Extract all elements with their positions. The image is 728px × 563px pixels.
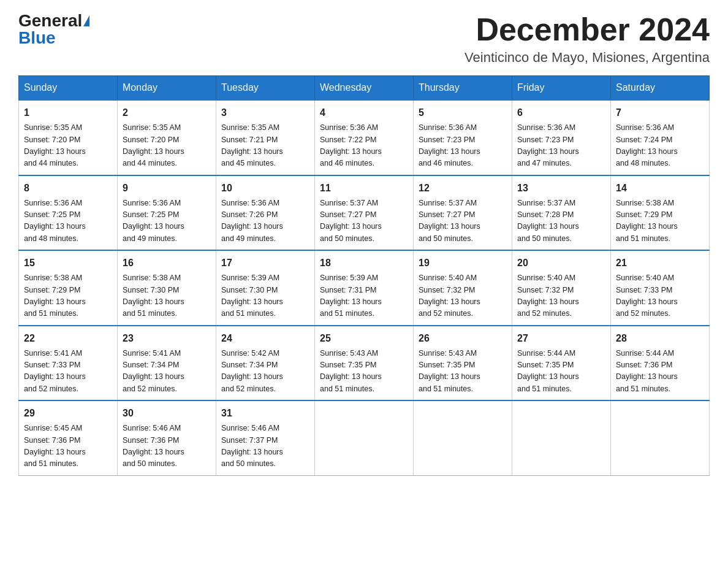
day-info: Sunrise: 5:36 AMSunset: 7:23 PMDaylight:… — [517, 122, 605, 170]
day-cell-12: 12Sunrise: 5:37 AMSunset: 7:27 PMDayligh… — [414, 175, 512, 251]
header-sunday: Sunday — [19, 76, 118, 101]
day-number: 27 — [517, 331, 605, 346]
day-info: Sunrise: 5:40 AMSunset: 7:32 PMDaylight:… — [419, 272, 507, 320]
header-tuesday: Tuesday — [216, 76, 315, 101]
logo-general-text: General — [18, 12, 82, 29]
logo-triangle-icon — [83, 15, 89, 26]
day-cell-27: 27Sunrise: 5:44 AMSunset: 7:35 PMDayligh… — [512, 326, 611, 401]
day-cell-26: 26Sunrise: 5:43 AMSunset: 7:35 PMDayligh… — [414, 326, 512, 401]
empty-cell — [315, 400, 414, 475]
day-info: Sunrise: 5:36 AMSunset: 7:23 PMDaylight:… — [419, 122, 507, 170]
day-number: 24 — [221, 331, 309, 346]
day-cell-30: 30Sunrise: 5:46 AMSunset: 7:36 PMDayligh… — [118, 400, 216, 475]
day-number: 31 — [221, 406, 309, 421]
title-area: December 2024 Veinticinco de Mayo, Misio… — [464, 12, 710, 66]
day-info: Sunrise: 5:38 AMSunset: 7:30 PMDaylight:… — [123, 272, 211, 320]
day-info: Sunrise: 5:36 AMSunset: 7:24 PMDaylight:… — [616, 122, 704, 170]
day-cell-2: 2Sunrise: 5:35 AMSunset: 7:20 PMDaylight… — [118, 100, 216, 175]
empty-cell — [512, 400, 611, 475]
day-cell-7: 7Sunrise: 5:36 AMSunset: 7:24 PMDaylight… — [611, 100, 710, 175]
day-cell-29: 29Sunrise: 5:45 AMSunset: 7:36 PMDayligh… — [19, 400, 118, 475]
day-number: 8 — [24, 181, 112, 196]
day-cell-23: 23Sunrise: 5:41 AMSunset: 7:34 PMDayligh… — [118, 326, 216, 401]
day-info: Sunrise: 5:35 AMSunset: 7:20 PMDaylight:… — [24, 122, 112, 170]
day-number: 4 — [320, 105, 408, 120]
day-info: Sunrise: 5:35 AMSunset: 7:21 PMDaylight:… — [221, 122, 309, 170]
day-info: Sunrise: 5:41 AMSunset: 7:33 PMDaylight:… — [24, 348, 112, 396]
week-row-3: 15Sunrise: 5:38 AMSunset: 7:29 PMDayligh… — [19, 250, 710, 326]
day-info: Sunrise: 5:46 AMSunset: 7:37 PMDaylight:… — [221, 423, 309, 470]
day-info: Sunrise: 5:37 AMSunset: 7:27 PMDaylight:… — [320, 197, 408, 245]
day-number: 23 — [123, 331, 211, 346]
week-row-2: 8Sunrise: 5:36 AMSunset: 7:25 PMDaylight… — [19, 175, 710, 251]
day-number: 5 — [419, 105, 507, 120]
day-info: Sunrise: 5:41 AMSunset: 7:34 PMDaylight:… — [123, 348, 211, 396]
day-number: 11 — [320, 181, 408, 196]
day-cell-13: 13Sunrise: 5:37 AMSunset: 7:28 PMDayligh… — [512, 175, 611, 251]
header: General Blue December 2024 Veinticinco d… — [18, 12, 710, 66]
day-number: 30 — [123, 406, 211, 421]
empty-cell — [611, 400, 710, 475]
day-cell-10: 10Sunrise: 5:36 AMSunset: 7:26 PMDayligh… — [216, 175, 315, 251]
calendar-table: SundayMondayTuesdayWednesdayThursdayFrid… — [18, 75, 710, 476]
week-row-4: 22Sunrise: 5:41 AMSunset: 7:33 PMDayligh… — [19, 326, 710, 401]
day-number: 22 — [24, 331, 112, 346]
day-cell-17: 17Sunrise: 5:39 AMSunset: 7:30 PMDayligh… — [216, 250, 315, 326]
day-number: 6 — [517, 105, 605, 120]
day-info: Sunrise: 5:42 AMSunset: 7:34 PMDaylight:… — [221, 348, 309, 396]
day-info: Sunrise: 5:39 AMSunset: 7:30 PMDaylight:… — [221, 272, 309, 320]
header-thursday: Thursday — [414, 76, 512, 101]
day-cell-19: 19Sunrise: 5:40 AMSunset: 7:32 PMDayligh… — [414, 250, 512, 326]
day-number: 20 — [517, 256, 605, 270]
day-number: 7 — [616, 105, 704, 120]
day-cell-3: 3Sunrise: 5:35 AMSunset: 7:21 PMDaylight… — [216, 100, 315, 175]
day-number: 13 — [517, 181, 605, 196]
logo-blue-text: Blue — [18, 29, 56, 47]
day-cell-9: 9Sunrise: 5:36 AMSunset: 7:25 PMDaylight… — [118, 175, 216, 251]
day-number: 12 — [419, 181, 507, 196]
day-number: 26 — [419, 331, 507, 346]
day-cell-11: 11Sunrise: 5:37 AMSunset: 7:27 PMDayligh… — [315, 175, 414, 251]
day-info: Sunrise: 5:44 AMSunset: 7:36 PMDaylight:… — [616, 348, 704, 396]
header-friday: Friday — [512, 76, 611, 101]
day-number: 3 — [221, 105, 309, 120]
day-cell-24: 24Sunrise: 5:42 AMSunset: 7:34 PMDayligh… — [216, 326, 315, 401]
day-number: 9 — [123, 181, 211, 196]
day-cell-15: 15Sunrise: 5:38 AMSunset: 7:29 PMDayligh… — [19, 250, 118, 326]
day-info: Sunrise: 5:38 AMSunset: 7:29 PMDaylight:… — [616, 197, 704, 245]
day-number: 28 — [616, 331, 704, 346]
day-number: 15 — [24, 256, 112, 270]
header-row: SundayMondayTuesdayWednesdayThursdayFrid… — [19, 76, 710, 101]
day-cell-25: 25Sunrise: 5:43 AMSunset: 7:35 PMDayligh… — [315, 326, 414, 401]
day-number: 1 — [24, 105, 112, 120]
header-wednesday: Wednesday — [315, 76, 414, 101]
day-info: Sunrise: 5:38 AMSunset: 7:29 PMDaylight:… — [24, 272, 112, 320]
day-info: Sunrise: 5:43 AMSunset: 7:35 PMDaylight:… — [419, 348, 507, 396]
day-info: Sunrise: 5:37 AMSunset: 7:28 PMDaylight:… — [517, 197, 605, 245]
day-number: 18 — [320, 256, 408, 270]
day-cell-31: 31Sunrise: 5:46 AMSunset: 7:37 PMDayligh… — [216, 400, 315, 475]
day-info: Sunrise: 5:46 AMSunset: 7:36 PMDaylight:… — [123, 423, 211, 470]
day-cell-8: 8Sunrise: 5:36 AMSunset: 7:25 PMDaylight… — [19, 175, 118, 251]
week-row-5: 29Sunrise: 5:45 AMSunset: 7:36 PMDayligh… — [19, 400, 710, 475]
day-info: Sunrise: 5:39 AMSunset: 7:31 PMDaylight:… — [320, 272, 408, 320]
week-row-1: 1Sunrise: 5:35 AMSunset: 7:20 PMDaylight… — [19, 100, 710, 175]
header-monday: Monday — [118, 76, 216, 101]
day-cell-28: 28Sunrise: 5:44 AMSunset: 7:36 PMDayligh… — [611, 326, 710, 401]
day-number: 10 — [221, 181, 309, 196]
header-saturday: Saturday — [611, 76, 710, 101]
day-number: 21 — [616, 256, 704, 270]
day-number: 16 — [123, 256, 211, 270]
day-number: 17 — [221, 256, 309, 270]
day-info: Sunrise: 5:44 AMSunset: 7:35 PMDaylight:… — [517, 348, 605, 396]
day-number: 19 — [419, 256, 507, 270]
day-cell-20: 20Sunrise: 5:40 AMSunset: 7:32 PMDayligh… — [512, 250, 611, 326]
day-number: 2 — [123, 105, 211, 120]
day-info: Sunrise: 5:36 AMSunset: 7:22 PMDaylight:… — [320, 122, 408, 170]
day-cell-21: 21Sunrise: 5:40 AMSunset: 7:33 PMDayligh… — [611, 250, 710, 326]
day-info: Sunrise: 5:43 AMSunset: 7:35 PMDaylight:… — [320, 348, 408, 396]
day-info: Sunrise: 5:37 AMSunset: 7:27 PMDaylight:… — [419, 197, 507, 245]
day-cell-14: 14Sunrise: 5:38 AMSunset: 7:29 PMDayligh… — [611, 175, 710, 251]
day-info: Sunrise: 5:36 AMSunset: 7:26 PMDaylight:… — [221, 197, 309, 245]
day-cell-16: 16Sunrise: 5:38 AMSunset: 7:30 PMDayligh… — [118, 250, 216, 326]
